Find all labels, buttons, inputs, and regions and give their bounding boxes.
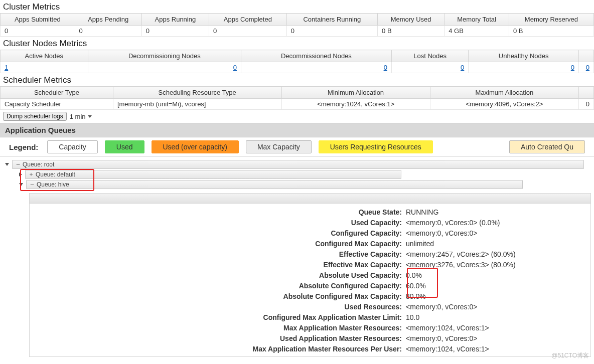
val-decommissioned[interactable]: 0 [241,62,392,73]
val-scheduler-type: Capacity Scheduler [1,99,113,110]
val-memory-total: 4 GB [444,26,509,37]
collapse-icon[interactable] [19,183,23,186]
val-apps-pending: 0 [75,26,141,37]
section-title-nodes: Cluster Nodes Metrics [0,37,594,50]
detail-value: <memory:1024, vCores:1> [406,323,585,333]
val-lost-nodes[interactable]: 0 [391,62,468,73]
detail-row: Absolute Configured Max Capacity:80.0% [35,291,585,301]
detail-row: Configured Capacity:<memory:0, vCores:0> [35,228,585,238]
col-lost-nodes[interactable]: Lost Nodes [391,50,468,62]
val-containers-running: 0 [286,26,377,37]
detail-row: Configured Max Capacity:unlimited [35,239,585,249]
detail-value: 0.0% [406,270,585,280]
val-memory-reserved: 0 B [509,26,593,37]
detail-value: <memory:0, vCores:0> [406,333,585,343]
detail-key: Queue State: [35,207,406,217]
queue-details-panel: Queue State:RUNNINGUsed Capacity:<memory… [29,193,591,357]
decommissioning-link[interactable]: 0 [233,64,237,71]
col-memory-reserved[interactable]: Memory Reserved [509,14,593,26]
detail-value: <memory:0, vCores:0> [406,228,585,238]
plus-icon: + [29,171,34,178]
col-apps-pending[interactable]: Apps Pending [75,14,141,26]
val-unhealthy-nodes[interactable]: 0 [469,62,579,73]
detail-row: Effective Max Capacity:<memory:3276, vCo… [35,260,585,270]
queue-hive-row[interactable]: – Queue: hive [19,180,591,189]
collapse-icon[interactable] [5,163,9,166]
val-active-nodes[interactable]: 1 [1,62,88,73]
col-containers-running[interactable]: Containers Running [286,14,377,26]
col-memory-used[interactable]: Memory Used [378,14,444,26]
queue-default-bar[interactable]: + Queue: default [25,170,401,179]
detail-row: Used Capacity:<memory:0, vCores:0> (0.0%… [35,218,585,228]
detail-key: Configured Max Capacity: [35,239,406,249]
dump-row: Dump scheduler logs 1 min [0,110,594,123]
legend-used-over: Used (over capacity) [152,140,239,153]
detail-key: Effective Capacity: [35,249,406,259]
col-scheduling-resource[interactable]: Scheduling Resource Type [113,87,281,99]
queue-details-header [30,194,590,204]
detail-row: Absolute Used Capacity:0.0% [35,270,585,280]
minus-icon: – [30,181,35,188]
col-sched-extra[interactable] [579,87,594,99]
queue-hive-bar[interactable]: – Queue: hive [26,180,523,189]
detail-key: Absolute Used Capacity: [35,270,406,280]
decommissioned-link[interactable]: 0 [384,64,387,71]
unhealthy-link[interactable]: 0 [571,64,574,71]
queue-details-body: Queue State:RUNNINGUsed Capacity:<memory… [30,204,590,356]
expand-icon[interactable] [19,172,22,176]
dump-scheduler-logs-button[interactable]: Dump scheduler logs [3,112,67,121]
col-decommissioned[interactable]: Decommissioned Nodes [241,50,392,62]
detail-key: Used Resources: [35,302,406,312]
detail-value: <memory:0, vCores:0> (0.0%) [406,218,585,228]
detail-key: Used Application Master Resources: [35,333,406,343]
legend-auto-created: Auto Created Qu [509,140,585,153]
legend-used: Used [105,140,144,153]
queue-tree: – Queue: root + Queue: default – Queue: … [0,157,594,359]
col-apps-submitted[interactable]: Apps Submitted [1,14,75,26]
col-apps-running[interactable]: Apps Running [141,14,209,26]
queue-root-label: Queue: root [23,161,54,168]
val-apps-submitted: 0 [1,26,75,37]
col-unhealthy-nodes[interactable]: Unhealthy Nodes [469,50,579,62]
scheduler-metrics-table: Scheduler Type Scheduling Resource Type … [0,86,594,110]
legend-users-requesting: Users Requesting Resources [319,140,433,153]
queue-hive-label: Queue: hive [37,181,69,188]
col-max-allocation[interactable]: Maximum Allocation [430,87,578,99]
detail-row: Absolute Configured Capacity:60.0% [35,281,585,291]
queue-default-label: Queue: default [36,171,75,178]
col-min-allocation[interactable]: Minimum Allocation [281,87,430,99]
detail-row: Max Application Master Resources:<memory… [35,323,585,333]
legend-capacity: Capacity [47,140,97,153]
detail-key: Configured Max Application Master Limit: [35,312,406,322]
dump-period-select[interactable]: 1 min [70,113,92,120]
detail-row: Used Application Master Resources:<memor… [35,333,585,343]
col-extra[interactable] [579,50,594,62]
application-queues-header: Application Queues [0,123,594,137]
val-scheduling-resource: [memory-mb (unit=Mi), vcores] [113,99,281,110]
detail-row: Max Application Master Resources Per Use… [35,344,585,354]
col-active-nodes[interactable]: Active Nodes [1,50,88,62]
chevron-down-icon [88,115,92,118]
active-nodes-link[interactable]: 1 [5,64,8,71]
val-decommissioning[interactable]: 0 [88,62,241,73]
detail-value: <memory:3276, vCores:3> (80.0%) [406,260,585,270]
detail-row: Configured Max Application Master Limit:… [35,312,585,322]
detail-value: <memory:2457, vCores:2> (60.0%) [406,249,585,259]
val-extra[interactable]: 0 [579,62,594,73]
queue-root-row[interactable]: – Queue: root [5,160,591,169]
col-decommissioning[interactable]: Decommissioning Nodes [88,50,241,62]
lost-nodes-link[interactable]: 0 [461,64,464,71]
section-title-scheduler: Scheduler Metrics [0,73,594,86]
col-apps-completed[interactable]: Apps Completed [209,14,286,26]
val-apps-completed: 0 [209,26,286,37]
watermark: @51CTO博客 [551,351,589,359]
queue-root-bar[interactable]: – Queue: root [12,160,584,169]
detail-key: Configured Capacity: [35,228,406,238]
col-scheduler-type[interactable]: Scheduler Type [1,87,113,99]
detail-key: Effective Max Capacity: [35,260,406,270]
extra-link[interactable]: 0 [586,64,589,71]
col-memory-total[interactable]: Memory Total [444,14,509,26]
detail-key: Used Capacity: [35,218,406,228]
queue-default-row[interactable]: + Queue: default [19,170,591,179]
val-memory-used: 0 B [378,26,444,37]
